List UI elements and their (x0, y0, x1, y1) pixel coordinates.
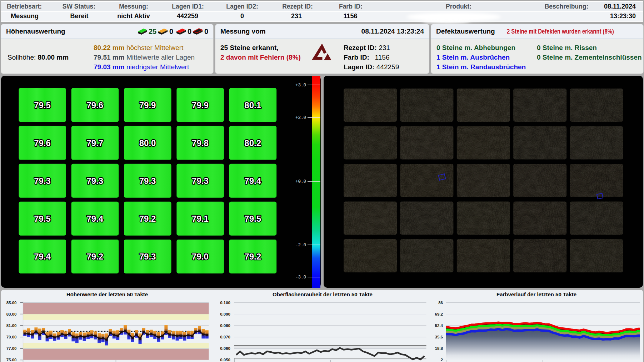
svg-text:-3.0: -3.0 (295, 275, 306, 280)
svg-text:85.00: 85.00 (6, 301, 17, 305)
svg-text:79.4: 79.4 (34, 252, 51, 261)
svg-text:2: 2 (441, 358, 443, 362)
svg-text:0: 0 (188, 27, 191, 35)
svg-text:79.3: 79.3 (86, 176, 103, 186)
svg-text:0.050: 0.050 (220, 358, 230, 362)
svg-text:35.6: 35.6 (435, 335, 443, 339)
svg-text:79.2: 79.2 (86, 252, 103, 261)
svg-text:0: 0 (169, 27, 173, 35)
svg-text:80.2: 80.2 (244, 138, 261, 148)
svg-text:79.9: 79.9 (139, 100, 156, 110)
svg-text:79.0: 79.0 (192, 252, 209, 261)
svg-text:0.080: 0.080 (220, 323, 230, 328)
svg-text:0.060: 0.060 (220, 346, 230, 351)
svg-text:83.00: 83.00 (6, 312, 17, 316)
svg-text:69.2: 69.2 (435, 312, 443, 316)
svg-text:79.5: 79.5 (244, 214, 261, 223)
svg-text:79.6: 79.6 (86, 100, 103, 110)
svg-text:79.5: 79.5 (34, 214, 51, 223)
svg-text:79.2: 79.2 (244, 252, 261, 261)
svg-text:79.3: 79.3 (139, 252, 156, 261)
svg-text:0.090: 0.090 (220, 312, 230, 316)
svg-text:81.00: 81.00 (6, 323, 17, 328)
svg-text:0.070: 0.070 (220, 335, 230, 339)
svg-text:+0.0: +0.0 (295, 179, 306, 184)
svg-text:79.9: 79.9 (192, 100, 209, 110)
svg-text:77.00: 77.00 (6, 346, 17, 351)
svg-text:0: 0 (204, 27, 208, 35)
svg-text:-2.0: -2.0 (295, 243, 306, 248)
svg-text:79.1: 79.1 (192, 214, 209, 223)
svg-text:79.8: 79.8 (192, 138, 209, 148)
svg-text:80.0: 80.0 (139, 138, 156, 148)
svg-text:Farbverlauf der letzten 50 Tak: Farbverlauf der letzten 50 Takte (496, 291, 576, 297)
svg-text:79.4: 79.4 (244, 176, 261, 186)
svg-text:79.6: 79.6 (34, 138, 51, 148)
svg-text:+2.0: +2.0 (295, 115, 306, 120)
svg-text:79.00: 79.00 (6, 335, 17, 339)
svg-text:75.00: 75.00 (6, 358, 17, 362)
svg-text:80.1: 80.1 (244, 100, 261, 110)
svg-text:86: 86 (438, 301, 443, 305)
svg-text:52.4: 52.4 (435, 323, 443, 328)
svg-text:79.7: 79.7 (86, 138, 103, 148)
svg-text:0.100: 0.100 (220, 301, 230, 305)
svg-text:79.3: 79.3 (34, 176, 51, 186)
svg-text:18.8: 18.8 (435, 346, 443, 351)
svg-text:79.3: 79.3 (192, 176, 209, 186)
svg-text:79.4: 79.4 (86, 214, 103, 223)
svg-text:25: 25 (149, 27, 156, 35)
svg-text:79.5: 79.5 (34, 100, 51, 110)
svg-text:79.2: 79.2 (139, 214, 156, 223)
svg-text:Oberflächenrauheit der letzten: Oberflächenrauheit der letzten 50 Takte (273, 291, 373, 297)
svg-text:Höhenwerte der letzten 50 Takt: Höhenwerte der letzten 50 Takte (66, 291, 148, 297)
svg-text:79.3: 79.3 (139, 176, 156, 186)
svg-text:+3.0: +3.0 (295, 83, 306, 88)
